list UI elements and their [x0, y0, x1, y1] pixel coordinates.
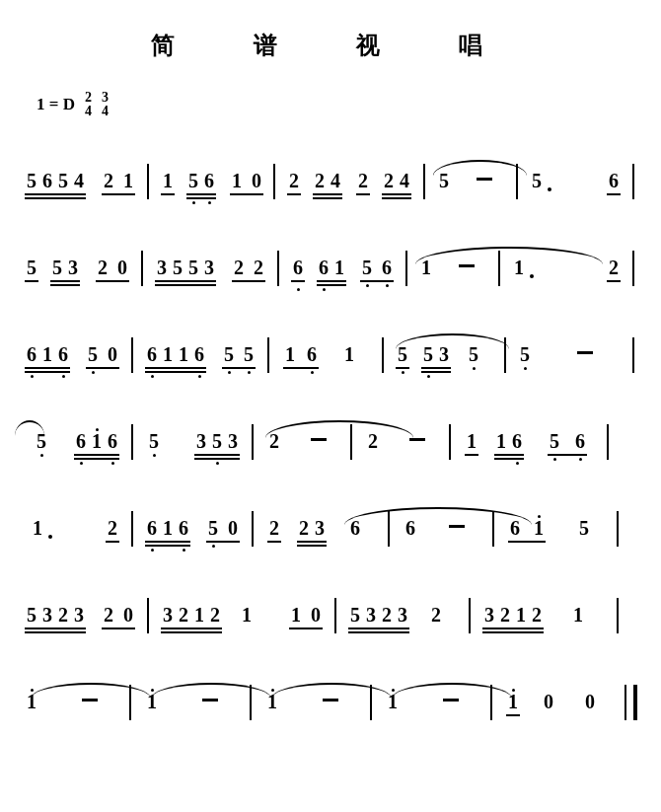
- note: 5: [50, 257, 64, 279]
- barline: [277, 251, 279, 286]
- note: 5: [348, 604, 362, 627]
- final-barline: [624, 685, 637, 720]
- barline: [129, 685, 131, 720]
- note: 1: [177, 343, 190, 366]
- note: 5: [25, 170, 38, 192]
- note: 2: [530, 604, 544, 627]
- dash: [577, 351, 593, 354]
- note: 5: [242, 343, 256, 366]
- note: 3: [40, 604, 54, 627]
- note: 6: [202, 170, 216, 192]
- tie: [415, 247, 603, 264]
- note: 2: [102, 604, 115, 627]
- note: 2: [287, 170, 301, 192]
- note: 5: [577, 517, 591, 540]
- score-staff: 5 6 5 4 2 1 1 5 6 1 0 2 2 4: [25, 152, 636, 742]
- barline: [147, 598, 149, 633]
- note: 1: [230, 170, 244, 192]
- note: 3: [161, 604, 175, 627]
- barline: [607, 424, 609, 460]
- note: 6: [177, 517, 190, 540]
- note: 2: [267, 430, 281, 453]
- note: 5: [396, 343, 409, 366]
- time-sig-1: 2 4: [85, 91, 92, 118]
- note: 5: [171, 257, 184, 279]
- note: 1: [571, 604, 585, 627]
- note: 5: [86, 343, 100, 366]
- note: 2: [429, 604, 443, 627]
- dash: [477, 178, 492, 181]
- barline: [405, 251, 407, 286]
- barline: [490, 685, 492, 720]
- note: 6: [145, 343, 159, 366]
- note: 2: [380, 604, 394, 627]
- note: 5: [548, 430, 561, 453]
- staff-line-6: 5 3 2 3 2 0 3 2 1 2 1 1 0 5 3 2 3: [25, 586, 636, 655]
- note: 6: [573, 430, 587, 453]
- staff-line-4: 5 6 1 6 5 3 5 3 2 2 1: [25, 412, 636, 481]
- barline: [492, 511, 494, 547]
- barline: [273, 164, 275, 199]
- note: 1: [514, 604, 528, 627]
- barline: [334, 598, 336, 633]
- barline: [382, 337, 384, 373]
- tie: [344, 507, 532, 525]
- barline: [252, 511, 254, 547]
- note: 5: [56, 170, 70, 192]
- note: 6: [291, 257, 305, 279]
- note: 0: [250, 170, 263, 192]
- barline: [498, 251, 500, 286]
- staff-line-7: 1 1 1 1 1 0 0: [25, 673, 636, 742]
- tie: [31, 683, 151, 699]
- note: 6: [192, 343, 206, 366]
- barline: [388, 511, 390, 547]
- note: 1: [512, 257, 526, 279]
- note: 0: [309, 604, 323, 627]
- barline: [141, 251, 143, 286]
- note: 5: [467, 343, 480, 366]
- note: 6: [106, 430, 119, 453]
- note: 3: [194, 430, 208, 453]
- barline: [423, 164, 425, 199]
- score-title: 简 谱 视 唱: [25, 30, 636, 61]
- note: 2: [102, 170, 115, 192]
- note: 6: [404, 517, 417, 540]
- note: 6: [607, 170, 621, 192]
- note: 1: [31, 517, 44, 540]
- note: 5: [186, 170, 200, 192]
- note: 1: [25, 691, 38, 713]
- note: 2: [208, 604, 222, 627]
- barline: [252, 424, 254, 460]
- note: 3: [482, 604, 496, 627]
- note: 0: [106, 343, 119, 366]
- note: 1: [161, 517, 175, 540]
- tie: [151, 683, 271, 699]
- note: 5: [25, 257, 38, 279]
- note: 5: [222, 343, 236, 366]
- note: 6: [317, 257, 330, 279]
- note: 6: [25, 343, 38, 366]
- note: 1: [465, 430, 478, 453]
- barline: [250, 685, 252, 720]
- note: 1: [192, 604, 206, 627]
- note: 3: [72, 604, 86, 627]
- staff-line-3: 6 1 6 5 0 6 1 1 6 5 5 1 6: [25, 326, 636, 395]
- note: 5: [360, 257, 374, 279]
- note: 2: [106, 517, 119, 540]
- note: 1: [419, 257, 433, 279]
- key-signature: 1 = D 2 4 3 4: [37, 91, 636, 118]
- note: 6: [380, 257, 394, 279]
- note: 1: [145, 691, 159, 713]
- note: 3: [226, 430, 240, 453]
- dash: [449, 525, 465, 528]
- note: 1: [332, 257, 346, 279]
- barline: [504, 337, 506, 373]
- dash: [202, 699, 218, 701]
- dash: [409, 438, 425, 441]
- note: 5: [518, 343, 532, 366]
- note: 1: [40, 343, 54, 366]
- barline: [131, 424, 133, 460]
- note: 6: [508, 517, 522, 540]
- staff-line-5: 1 2 6 1 6 5 0 2 2 3 6 6: [25, 499, 636, 568]
- note: 6: [348, 517, 362, 540]
